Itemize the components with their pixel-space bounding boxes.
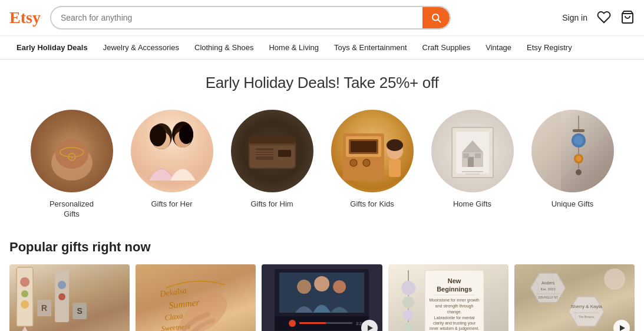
svg-marker-106	[569, 297, 604, 326]
svg-rect-27	[351, 141, 377, 152]
play-button-3[interactable]	[361, 320, 378, 331]
svg-point-48	[576, 156, 582, 162]
svg-text:205 HOLLY ST: 205 HOLLY ST	[538, 296, 557, 299]
gift-card-4[interactable]: New Beginnings Moonstone for inner growt…	[388, 264, 508, 331]
svg-text:clarity and trusting your: clarity and trusting your	[433, 321, 476, 326]
nav-item-toys[interactable]: Toys & Entertainment	[327, 40, 414, 55]
svg-point-72	[298, 280, 312, 294]
gift-categories: A PersonalizedGifts	[0, 98, 644, 225]
svg-rect-20	[278, 150, 291, 157]
popular-gifts-section: Popular gifts right now R	[0, 225, 644, 331]
svg-text:Anders: Anders	[541, 281, 555, 285]
category-gifts-for-kids[interactable]: Gifts for Kids	[331, 110, 414, 219]
search-button[interactable]	[422, 7, 450, 28]
hero-section: Early Holiday Deals! Take 25%+ off	[0, 60, 644, 98]
svg-marker-81	[368, 325, 373, 331]
svg-point-32	[387, 139, 403, 151]
svg-point-15	[179, 125, 193, 144]
category-gifts-for-him[interactable]: Gifts for Him	[231, 110, 313, 219]
svg-point-56	[21, 300, 29, 309]
svg-line-1	[438, 19, 440, 22]
svg-text:Labradorite for mental: Labradorite for mental	[434, 316, 474, 320]
svg-point-111	[606, 271, 623, 287]
gift-card-2[interactable]: Dekalsa Summer Claxa Sweetness	[136, 264, 256, 331]
svg-marker-112	[620, 325, 625, 331]
nav-item-vintage[interactable]: Vintage	[478, 40, 518, 55]
category-label: Unique Gifts	[551, 199, 594, 209]
svg-point-55	[21, 290, 28, 297]
svg-text:R: R	[41, 303, 47, 313]
svg-text:New: New	[447, 277, 461, 284]
svg-point-11	[150, 125, 166, 146]
cart-icon[interactable]	[620, 10, 635, 26]
svg-rect-17	[249, 136, 296, 143]
svg-text:Claxa: Claxa	[164, 311, 184, 322]
etsy-logo[interactable]: Etsy	[9, 8, 41, 27]
hero-title: Early Holiday Deals! Take 25%+ off	[9, 74, 635, 92]
category-kids-image	[331, 110, 414, 192]
svg-point-28	[350, 159, 357, 166]
gift-card-5[interactable]: Anders Est. 2022 205 HOLLY ST Sherry & K…	[514, 264, 635, 331]
gift-card-3[interactable]: 3:24 Always Playing	[262, 264, 382, 331]
svg-text:A: A	[70, 156, 72, 160]
svg-point-29	[363, 159, 370, 166]
search-icon	[431, 12, 441, 23]
category-unique-image	[531, 110, 614, 192]
header-actions: Sign in	[562, 10, 635, 26]
svg-text:inner wisdom & judgement.: inner wisdom & judgement.	[429, 326, 478, 331]
svg-rect-37	[468, 157, 474, 167]
favorites-icon[interactable]	[597, 10, 611, 26]
category-label: Home Gifts	[453, 199, 491, 209]
category-label: PersonalizedGifts	[49, 199, 94, 219]
search-input[interactable]	[51, 8, 422, 28]
svg-rect-43	[573, 129, 584, 132]
category-home-image	[431, 110, 514, 192]
gift-cards-row: R S	[9, 264, 635, 331]
svg-text:Moonstone for inner growth: Moonstone for inner growth	[429, 298, 479, 303]
sign-in-link[interactable]: Sign in	[562, 13, 587, 22]
category-him-image	[231, 110, 313, 192]
svg-text:The Browns: The Browns	[579, 315, 595, 319]
svg-rect-19	[256, 148, 273, 160]
svg-point-76	[289, 320, 296, 327]
search-bar	[50, 6, 451, 30]
svg-text:change.: change.	[447, 310, 461, 314]
category-personalized-image: A	[31, 110, 113, 192]
play-icon	[366, 325, 374, 331]
svg-text:and strength through: and strength through	[435, 304, 473, 309]
svg-point-93	[401, 281, 415, 295]
svg-rect-51	[531, 110, 561, 192]
svg-rect-39	[475, 153, 481, 158]
svg-point-95	[403, 310, 414, 320]
svg-point-94	[402, 296, 414, 308]
svg-rect-78	[300, 322, 326, 324]
category-label: Gifts for Him	[250, 199, 293, 209]
nav-item-home-living[interactable]: Home & Living	[262, 40, 326, 55]
category-label: Gifts for Her	[151, 199, 192, 209]
category-home-gifts[interactable]: Home Gifts	[431, 110, 514, 219]
nav-item-early-holiday-deals[interactable]: Early Holiday Deals	[9, 40, 95, 55]
svg-rect-38	[463, 153, 469, 158]
svg-text:S: S	[77, 306, 82, 316]
category-her-image	[131, 110, 213, 192]
category-personalized-gifts[interactable]: A PersonalizedGifts	[31, 110, 113, 219]
svg-text:Dekalsa: Dekalsa	[159, 286, 188, 299]
gift-card-1[interactable]: R S	[9, 264, 130, 331]
category-unique-gifts[interactable]: Unique Gifts	[531, 110, 614, 219]
popular-gifts-title: Popular gifts right now	[9, 240, 635, 255]
svg-point-54	[20, 277, 29, 287]
svg-text:Est. 2022: Est. 2022	[540, 287, 556, 291]
nav-item-registry[interactable]: Etsy Registry	[520, 40, 579, 55]
svg-marker-64	[16, 326, 33, 331]
svg-text:Beginnings: Beginnings	[437, 286, 472, 293]
svg-point-50	[576, 169, 582, 175]
nav-item-craft[interactable]: Craft Supplies	[415, 40, 478, 55]
nav-bar: Early Holiday Deals Jewelry & Accessorie…	[0, 36, 644, 60]
nav-item-clothing[interactable]: Clothing & Shoes	[187, 40, 260, 55]
nav-item-jewelry[interactable]: Jewelry & Accessories	[96, 40, 186, 55]
svg-text:Sherry & Kayla: Sherry & Kayla	[570, 304, 602, 309]
svg-point-61	[58, 293, 65, 300]
svg-point-96	[404, 322, 413, 331]
svg-point-74	[333, 280, 346, 293]
category-gifts-for-her[interactable]: Gifts for Her	[131, 110, 213, 219]
